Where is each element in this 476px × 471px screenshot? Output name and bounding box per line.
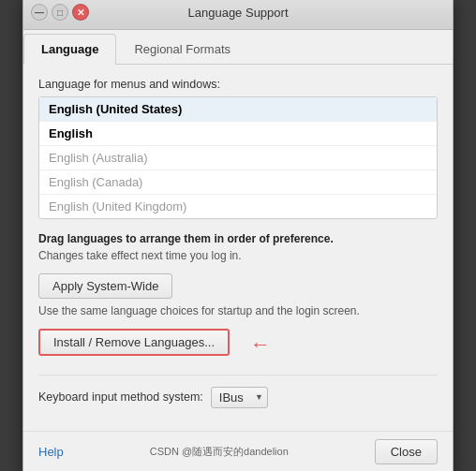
tab-bar: Language Regional Formats xyxy=(23,30,453,65)
language-item-en[interactable]: English xyxy=(39,122,437,146)
help-link[interactable]: Help xyxy=(38,445,64,459)
language-item-en-us[interactable]: English (United States) xyxy=(39,97,437,122)
apply-hint: Use the same language choices for startu… xyxy=(38,304,438,317)
install-remove-button[interactable]: Install / Remove Languages... xyxy=(40,331,228,354)
language-section-label: Language for menus and windows: xyxy=(38,78,438,91)
maximize-button[interactable]: □ xyxy=(52,4,68,21)
language-list: English (United States) English English … xyxy=(38,96,438,219)
window-title: Language Support xyxy=(188,6,289,20)
drag-hint: Drag languages to arrange them in order … xyxy=(38,230,438,264)
titlebar: — □ ✕ Language Support xyxy=(23,0,453,30)
tab-regional-formats[interactable]: Regional Formats xyxy=(116,34,248,65)
keyboard-input-select[interactable]: IBus fcitx none xyxy=(211,387,268,408)
install-remove-wrapper: Install / Remove Languages... xyxy=(38,329,230,356)
language-item-en-uk[interactable]: English (United Kingdom) xyxy=(39,195,437,218)
minimize-button[interactable]: — xyxy=(31,4,48,21)
window-controls: — □ ✕ xyxy=(31,4,89,21)
keyboard-label: Keyboard input method system: xyxy=(38,390,203,404)
language-panel: Language for menus and windows: English … xyxy=(23,65,453,431)
tab-language[interactable]: Language xyxy=(23,34,116,65)
language-support-window: — □ ✕ Language Support Language Regional… xyxy=(22,0,454,471)
keyboard-input-row: Keyboard input method system: IBus fcitx… xyxy=(38,375,438,408)
watermark: CSDN @随遇而安的dandelion xyxy=(150,445,289,459)
apply-system-wide-button[interactable]: Apply System-Wide xyxy=(38,273,172,299)
keyboard-select-wrapper: IBus fcitx none ▼ xyxy=(211,387,268,408)
close-title-button[interactable]: ✕ xyxy=(72,4,89,21)
language-item-en-ca[interactable]: English (Canada) xyxy=(39,170,437,195)
footer: Help CSDN @随遇而安的dandelion Close xyxy=(23,431,453,472)
language-item-en-au[interactable]: English (Australia) xyxy=(39,146,437,170)
arrow-indicator: ← xyxy=(250,332,271,357)
close-button[interactable]: Close xyxy=(375,439,438,464)
apply-row: Apply System-Wide xyxy=(38,273,438,299)
